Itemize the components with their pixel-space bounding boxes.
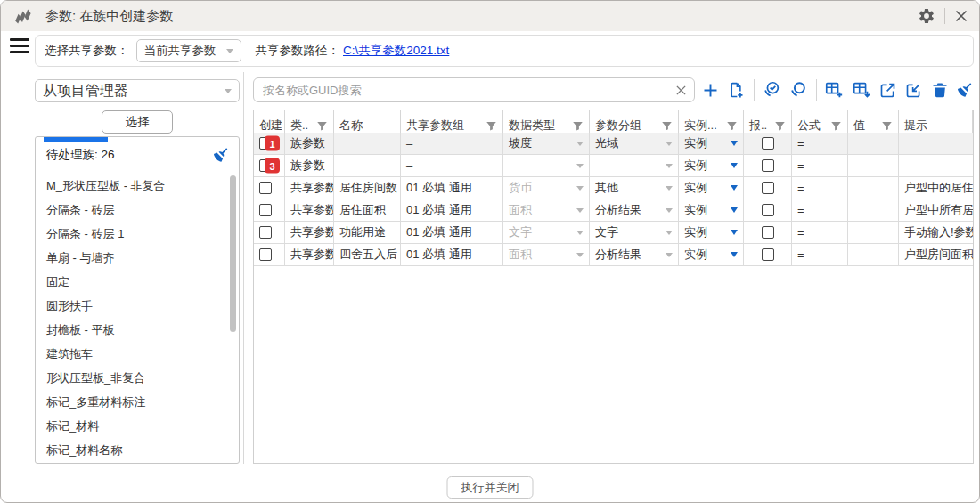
family-list-item[interactable]: 分隔条 - 砖层 xyxy=(36,198,239,222)
chevron-down-icon xyxy=(225,89,232,93)
cell-datatype[interactable] xyxy=(503,155,590,177)
family-list-item[interactable]: 分隔条 - 砖层 1 xyxy=(36,222,239,246)
cell-instance[interactable]: 实例 xyxy=(679,244,744,266)
report-checkbox[interactable] xyxy=(762,226,774,239)
cell-datatype[interactable]: 面积 xyxy=(503,199,590,222)
family-list-item[interactable]: 标记_材料名称 xyxy=(36,438,239,462)
family-list-item[interactable]: 形状压型板_非复合 xyxy=(36,366,239,390)
cell-instance[interactable]: 实例 xyxy=(679,222,744,244)
row-checkbox[interactable] xyxy=(259,204,272,216)
cell-value xyxy=(848,222,899,244)
datatype-value: 面积 xyxy=(509,202,532,218)
search-input[interactable] xyxy=(261,83,675,98)
parameter-table: 创建类.. 名称共享参数组 数据类型 参数分组 实例... 报.. 公式 值 提… xyxy=(253,110,974,464)
family-list-item[interactable]: 封檐板 - 平板 xyxy=(36,318,239,342)
cell-datatype[interactable]: 坡度 xyxy=(503,133,590,155)
toolbar-divider xyxy=(754,79,755,101)
table-insert-down-icon[interactable] xyxy=(852,80,871,100)
clear-table-brush-icon[interactable] xyxy=(956,81,974,99)
cell-type: 族参数 xyxy=(285,133,334,155)
report-checkbox[interactable] xyxy=(762,248,774,261)
chevron-down-icon xyxy=(731,230,738,235)
column-header-label: 数据类型 xyxy=(509,118,555,134)
filter-funnel-icon[interactable] xyxy=(661,120,673,132)
select-shared-param-label: 选择共享参数： xyxy=(45,43,129,59)
instance-value: 实例 xyxy=(684,135,707,151)
filter-funnel-icon[interactable] xyxy=(316,120,328,132)
paramgroup-value: 光域 xyxy=(595,135,618,151)
filter-funnel-icon[interactable] xyxy=(572,120,584,132)
titlebar-divider xyxy=(944,8,945,24)
cell-report xyxy=(744,155,792,177)
run-and-close-button[interactable]: 执行并关闭 xyxy=(447,476,534,499)
family-list-item[interactable]: 单扇 - 与墙齐 xyxy=(36,246,239,270)
export-icon[interactable] xyxy=(878,81,897,100)
add-from-file-icon[interactable] xyxy=(727,81,746,100)
cell-type: 族参数 xyxy=(285,155,334,177)
chevron-down-icon xyxy=(666,142,673,146)
cell-instance[interactable]: 实例 xyxy=(679,177,744,199)
source-dropdown[interactable]: 从项目管理器 xyxy=(35,79,240,102)
cell-datatype[interactable]: 货币 xyxy=(503,177,590,199)
paramgroup-value: 其他 xyxy=(595,180,618,196)
filter-funnel-icon[interactable] xyxy=(881,120,893,132)
family-list-item[interactable]: 标记_多重材料标注 xyxy=(36,390,239,414)
shared-param-dropdown[interactable]: 当前共享参数 xyxy=(136,39,241,62)
chevron-down-icon xyxy=(576,142,584,146)
family-list-item[interactable]: 圆形扶手 xyxy=(36,294,239,318)
delete-trash-icon[interactable] xyxy=(931,81,949,99)
family-list-item[interactable]: 建筑拖车 xyxy=(36,342,239,366)
check-all-icon[interactable] xyxy=(762,80,781,100)
shared-param-path-link[interactable]: C:\共享参数2021.txt xyxy=(343,43,449,59)
chevron-down-icon xyxy=(666,231,673,235)
cell-shared-group: – xyxy=(401,155,503,177)
cell-tooltip: 户型中的居住房间数 xyxy=(899,177,973,199)
cell-paramgroup[interactable]: 文字 xyxy=(590,222,679,244)
cell-paramgroup[interactable]: 其他 xyxy=(590,177,679,199)
cell-instance[interactable]: 实例 xyxy=(679,133,744,155)
cell-instance[interactable]: 实例 xyxy=(679,155,744,177)
row-checkbox[interactable] xyxy=(259,182,272,194)
clear-list-brush-icon[interactable] xyxy=(212,146,230,164)
import-icon[interactable] xyxy=(904,81,923,100)
chevron-down-icon xyxy=(731,185,738,191)
cell-instance[interactable]: 实例 xyxy=(679,199,744,222)
cell-report xyxy=(744,222,792,244)
filter-funnel-icon[interactable] xyxy=(726,120,738,132)
cell-shared-group: 01 必填 通用 xyxy=(401,199,503,222)
select-button[interactable]: 选择 xyxy=(102,110,173,134)
row-checkbox[interactable] xyxy=(259,248,272,261)
list-scrollbar[interactable] xyxy=(230,175,236,332)
cell-paramgroup[interactable]: 分析结果 xyxy=(590,244,679,266)
cell-paramgroup[interactable]: 分析结果 xyxy=(590,199,679,222)
clear-search-icon[interactable] xyxy=(675,85,687,96)
report-checkbox[interactable] xyxy=(762,159,774,172)
settings-gear-icon[interactable] xyxy=(918,7,935,25)
report-checkbox[interactable] xyxy=(762,204,774,216)
uncheck-all-icon[interactable] xyxy=(788,80,808,100)
table-add-icon[interactable] xyxy=(824,80,844,100)
add-parameter-icon[interactable] xyxy=(701,81,720,100)
report-checkbox[interactable] xyxy=(762,137,774,150)
cell-datatype[interactable]: 面积 xyxy=(503,244,590,266)
report-checkbox[interactable] xyxy=(762,182,774,194)
cell-create: 3 xyxy=(254,155,285,177)
cell-formula: = xyxy=(792,199,848,222)
cell-value xyxy=(848,244,899,266)
row-checkbox[interactable] xyxy=(259,226,272,239)
menu-hamburger-icon[interactable] xyxy=(10,38,29,53)
cell-datatype[interactable]: 文字 xyxy=(503,222,590,244)
cell-report xyxy=(744,199,792,222)
cell-paramgroup[interactable]: 光域 xyxy=(590,133,679,155)
filter-funnel-icon[interactable] xyxy=(486,120,497,132)
cell-type: 共享参数 xyxy=(285,199,334,222)
family-list-item[interactable]: M_形状压型板 - 非复合 xyxy=(36,174,239,198)
search-box xyxy=(253,77,695,102)
family-list-item[interactable]: 标记_材料 xyxy=(36,414,239,438)
filter-funnel-icon[interactable] xyxy=(774,120,786,132)
cell-tooltip xyxy=(899,155,973,177)
filter-funnel-icon[interactable] xyxy=(830,120,842,132)
close-icon[interactable] xyxy=(954,9,968,23)
family-list-item[interactable]: 固定 xyxy=(36,270,239,294)
cell-paramgroup[interactable] xyxy=(590,155,679,177)
